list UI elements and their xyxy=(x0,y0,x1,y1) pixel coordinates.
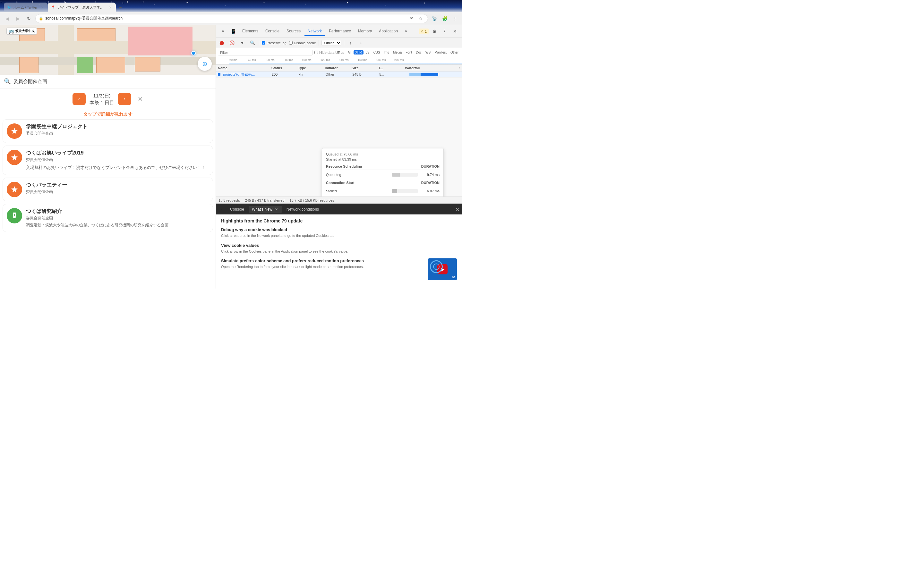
tab-elements[interactable]: Elements xyxy=(239,27,262,36)
throttle-select[interactable]: Online xyxy=(321,40,341,46)
export-icon[interactable]: ↓ xyxy=(357,39,365,47)
tick-60ms: 60 ms xyxy=(267,58,275,61)
search-bar: 🔍 xyxy=(0,75,216,89)
location-button[interactable]: ⊕ xyxy=(198,57,212,71)
timeline-bar: 20 ms 40 ms 60 ms 80 ms 100 ms 120 ms 14… xyxy=(216,57,462,65)
filter-css[interactable]: CSS xyxy=(372,50,382,55)
tab-guidemap[interactable]: 📍 ガイドマップ – 筑波大学学園祭 … ✕ xyxy=(48,3,116,12)
network-row-1[interactable]: projects?q=%E5%... 200 xhr Other 245 B 5… xyxy=(216,71,462,77)
date-close-button[interactable]: ✕ xyxy=(137,95,143,103)
col-header-sort-icon: ↑ xyxy=(459,66,460,70)
req-type-1: xhr xyxy=(299,73,326,76)
date-next-button[interactable]: › xyxy=(118,93,131,105)
refresh-button[interactable]: ↻ xyxy=(24,14,33,23)
devtools-close-icon[interactable]: ✕ xyxy=(451,27,459,36)
req-initiator-1: Other xyxy=(326,73,352,76)
whats-new-tab-close[interactable]: ✕ xyxy=(274,207,279,211)
tab-twitter[interactable]: 🐦 ホーム / Twitter ✕ xyxy=(4,3,48,12)
event-item-4[interactable]: つくば研究紹介 委員会開催企画 調査活動：筑波大や筑波大学の企業、つくばにある研… xyxy=(3,204,213,232)
bottom-panel-menu-icon[interactable]: ⋮ xyxy=(218,205,226,213)
event-item-2[interactable]: つくばお笑いライブ2019 委員会開催企画 入場無料のお笑いライブ！漫才だけでな… xyxy=(3,145,213,175)
record-button[interactable]: ⬤ xyxy=(218,39,226,47)
disable-cache-checkbox[interactable] xyxy=(289,41,292,45)
filter-font[interactable]: Font xyxy=(404,50,414,55)
event-item-3[interactable]: つくバラエティー 委員会開催企画 xyxy=(3,177,213,201)
devtools-inspect-icon[interactable]: ⌖ xyxy=(218,27,228,36)
col-header-size: Size xyxy=(352,66,378,70)
filter-img[interactable]: Img xyxy=(382,50,391,55)
bottom-tab-whats-new[interactable]: What's New ✕ xyxy=(249,206,282,213)
date-line1: 11/3(日) xyxy=(89,92,114,99)
filter-js[interactable]: JS xyxy=(364,50,371,55)
secure-icon: 🔒 xyxy=(39,16,43,21)
bottom-tab-network-conditions[interactable]: Network conditions xyxy=(283,206,322,213)
whats-new-item-1-text: Debug why a cookie was blocked Click a r… xyxy=(221,227,457,239)
new-tab-button[interactable]: + xyxy=(116,3,125,12)
hide-data-urls-checkbox[interactable] xyxy=(314,51,318,54)
event-content-4: つくば研究紹介 委員会開催企画 調査活動：筑波大や筑波大学の企業、つくばにある研… xyxy=(26,208,209,228)
tab-application[interactable]: Application xyxy=(376,27,401,36)
waterfall-waiting-1 xyxy=(409,73,421,76)
filter-all[interactable]: All xyxy=(346,50,353,55)
back-button[interactable]: ◀ xyxy=(3,14,11,23)
whats-new-item-2-title: View cookie values xyxy=(221,243,457,248)
tab-console[interactable]: Console xyxy=(262,27,283,36)
filter-other[interactable]: Other xyxy=(449,50,460,55)
tab-guidemap-title: ガイドマップ – 筑波大学学園祭 … xyxy=(57,5,105,10)
devtools-settings-icon[interactable]: ⚙ xyxy=(430,27,439,36)
whats-new-item-2-desc: Click a row in the Cookies pane in the A… xyxy=(221,249,457,254)
filter-ws[interactable]: WS xyxy=(424,50,432,55)
forward-button[interactable]: ▶ xyxy=(13,14,23,23)
warning-badge[interactable]: ⚠ 1 xyxy=(419,29,429,34)
disable-cache-text: Disable cache xyxy=(294,41,316,45)
bottom-panel-close[interactable]: ✕ xyxy=(455,206,459,213)
whats-new-thumbnail[interactable]: ne xyxy=(428,258,457,280)
extensions-button[interactable]: 🧩 xyxy=(440,14,449,23)
timing-started-at: Started at 83.39 ms xyxy=(326,157,439,161)
queueing-bar xyxy=(392,173,400,177)
hide-data-urls-label[interactable]: Hide data URLs xyxy=(314,51,344,55)
devtools-device-icon[interactable]: 📱 xyxy=(229,27,238,36)
tab-sources[interactable]: Sources xyxy=(283,27,304,36)
filter-icon[interactable]: ▼ xyxy=(238,39,246,47)
disable-cache-label[interactable]: Disable cache xyxy=(289,41,316,45)
cast-button[interactable]: 📡 xyxy=(430,14,439,23)
timing-section-connection: Connection Start DURATION Stalled 6.07 m… xyxy=(326,181,439,194)
preserve-log-label[interactable]: Preserve log xyxy=(262,41,286,45)
devtools-more-options-icon[interactable]: ⋮ xyxy=(440,27,449,36)
tab-guidemap-close[interactable]: ✕ xyxy=(107,5,113,10)
bottom-tab-console[interactable]: Console xyxy=(227,206,247,213)
tab-more[interactable]: » xyxy=(402,27,410,36)
twitter-favicon: 🐦 xyxy=(7,5,11,10)
req-status-1: 200 xyxy=(272,73,299,76)
event-content-2: つくばお笑いライブ2019 委員会開催企画 入場無料のお笑いライブ！漫才だけでな… xyxy=(26,150,209,171)
event-category-2: 委員会開催企画 xyxy=(26,157,209,163)
import-icon[interactable]: ↑ xyxy=(347,39,355,47)
video-label: ne xyxy=(452,276,456,279)
date-prev-button[interactable]: ‹ xyxy=(73,93,86,105)
menu-button[interactable]: ⋮ xyxy=(451,14,459,23)
timing-section-scheduling-header: Resource Scheduling DURATION xyxy=(326,164,439,170)
waterfall-container-1 xyxy=(406,73,460,76)
tab-network[interactable]: Network xyxy=(304,27,325,36)
filter-doc[interactable]: Doc xyxy=(414,50,423,55)
url-bar[interactable]: 🔒 sohosai.com/map?q=委員会開催企画#search 👁 ☆ xyxy=(35,14,428,23)
event-title-1: 学園祭生中継プロジェクト xyxy=(26,123,209,130)
tab-memory[interactable]: Memory xyxy=(355,27,375,36)
bookmark-icon[interactable]: ☆ xyxy=(417,15,425,23)
event-icon-2 xyxy=(7,150,22,165)
search-input[interactable] xyxy=(13,79,212,84)
search-network-icon[interactable]: 🔍 xyxy=(249,39,256,47)
tab-performance[interactable]: Performance xyxy=(326,27,354,36)
sep2 xyxy=(318,40,319,45)
filter-input[interactable] xyxy=(218,50,312,55)
preserve-log-checkbox[interactable] xyxy=(262,41,265,45)
tab-twitter-close[interactable]: ✕ xyxy=(39,5,45,10)
reader-view-icon[interactable]: 👁 xyxy=(408,15,415,23)
clear-button[interactable]: 🚫 xyxy=(228,39,236,47)
filter-manifest[interactable]: Manifest xyxy=(433,50,448,55)
whats-new-item-2-text: View cookie values Click a row in the Co… xyxy=(221,243,457,254)
event-item[interactable]: 学園祭生中継プロジェクト 委員会開催企画 xyxy=(3,119,213,143)
filter-xhr[interactable]: XHR xyxy=(354,50,363,55)
filter-media[interactable]: Media xyxy=(391,50,403,55)
